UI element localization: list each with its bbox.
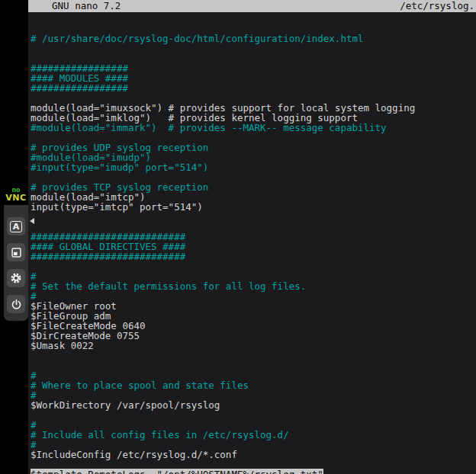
editor-line: #input(type="imudp" port="514") (31, 162, 476, 172)
terminal-window: GNU nano 7.2 /etc/rsyslog. # /usr/share/… (28, 0, 476, 474)
editor-line (31, 261, 476, 271)
nano-file-path: /etc/rsyslog. (400, 0, 474, 12)
editor-line: ########################### (31, 251, 476, 261)
keyboard-icon: A (10, 221, 23, 232)
editor-line: $DirCreateMode 0755 (31, 331, 476, 341)
editor-line: input(type="imtcp" port="514") (31, 202, 476, 212)
fullscreen-icon (11, 247, 22, 258)
editor-area[interactable]: # /usr/share/doc/rsyslog-doc/html/config… (28, 12, 476, 474)
editor-line: # Set the default permissions for all lo… (31, 281, 476, 291)
editor-line: ################# (31, 83, 476, 93)
editor-line (31, 360, 476, 370)
vnc-toolbar: no VNC A (4, 185, 28, 321)
editor-line: #module(load="immark") # provides --MARK… (31, 123, 476, 133)
editor-lines: # /usr/share/doc/rsyslog-doc/html/config… (31, 34, 476, 474)
chevron-left-icon (30, 218, 34, 224)
power-icon (11, 299, 22, 310)
nano-app-title: GNU nano 7.2 (40, 0, 121, 12)
editor-line (31, 410, 476, 420)
editor-line: $template RemoteLogs, "/opt/%HOSTNAME%/r… (31, 469, 476, 474)
keyboard-button[interactable]: A (7, 217, 25, 235)
fullscreen-button[interactable] (7, 243, 25, 261)
editor-line: $WorkDirectory /var/spool/rsyslog (31, 400, 476, 410)
editor-line (31, 43, 476, 53)
novnc-logo-text-bottom: VNC (4, 194, 28, 202)
editor-line (31, 351, 476, 360)
editor-line: # Include all config files in /etc/rsysl… (31, 430, 476, 440)
gear-icon (10, 272, 22, 284)
editor-line: $Umask 0022 (31, 341, 476, 351)
editor-line: # Where to place spool and state files (31, 380, 476, 390)
power-button[interactable] (7, 295, 25, 313)
editor-line: $IncludeConfig /etc/rsyslog.d/*.conf (31, 450, 476, 460)
settings-button[interactable] (7, 269, 25, 287)
nano-titlebar: GNU nano 7.2 /etc/rsyslog. (28, 0, 476, 12)
editor-line (31, 212, 476, 222)
novnc-logo: no VNC (4, 185, 28, 205)
editor-line: # /usr/share/doc/rsyslog-doc/html/config… (31, 34, 476, 43)
toolbar-collapse-handle[interactable] (28, 213, 36, 228)
